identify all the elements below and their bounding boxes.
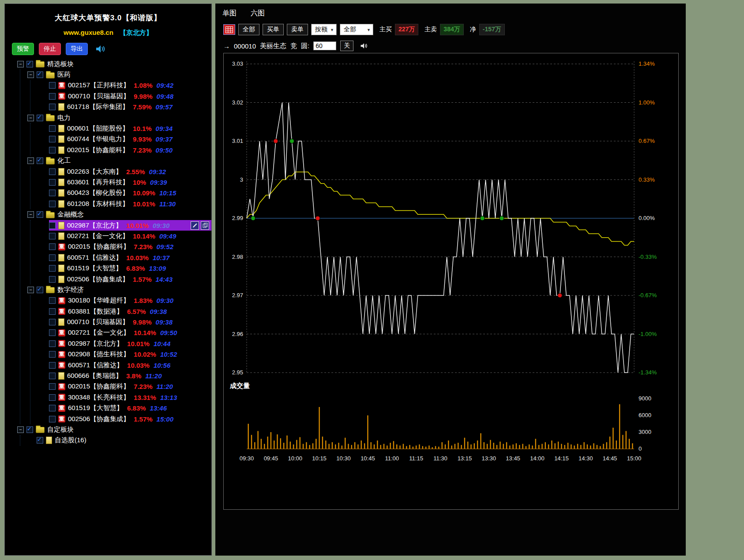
tree-root-row[interactable]: −精选板块: [5, 59, 211, 69]
stock-row[interactable]: 重002721【金一文化】10.14%09:50: [30, 328, 211, 338]
stock-code-name[interactable]: 002506【协鑫集成】: [68, 415, 130, 423]
checkbox-unchecked[interactable]: [49, 233, 56, 239]
stock-code-name[interactable]: 000601【韶能股份】: [67, 124, 129, 133]
stock-row[interactable]: 000601【韶能股份】10.1%09:34: [30, 123, 211, 134]
stock-row[interactable]: 603601【再升科技】10%09:39: [30, 177, 211, 187]
stock-row[interactable]: 重002157【正邦科技】1.08%09:42: [30, 80, 211, 91]
filter-all-button[interactable]: 全部: [238, 24, 259, 35]
tree-section-row[interactable]: −金融概念: [20, 209, 211, 220]
stock-row[interactable]: 重300180【华峰超纤】1.83%09:30: [30, 295, 211, 306]
stock-row[interactable]: 600423【柳化股份】10.09%10:15: [30, 188, 211, 198]
checkbox-unchecked[interactable]: [49, 125, 56, 132]
stock-row[interactable]: 600666【奥瑞德】3.8%11:20: [30, 370, 211, 381]
checkbox-unchecked[interactable]: [49, 104, 56, 110]
stock-code-name[interactable]: 002908【德生科技】: [68, 350, 130, 358]
stock-row[interactable]: 002506【协鑫集成】1.57%14:43: [30, 274, 211, 284]
collapse-icon[interactable]: −: [27, 115, 34, 121]
stock-row[interactable]: 重603881【数据港】6.57%09:38: [30, 306, 211, 317]
tree-section-label[interactable]: 数字经济: [57, 286, 84, 294]
stock-code-name[interactable]: 300180【华峰超纤】: [68, 296, 130, 305]
checkbox-unchecked[interactable]: [49, 329, 56, 336]
checkbox-unchecked[interactable]: [49, 136, 56, 142]
tree-root-label[interactable]: 精选板块: [47, 60, 74, 68]
stock-row[interactable]: 601718【际华集团】7.59%09:57: [30, 102, 211, 112]
tree-section-label[interactable]: 医药: [57, 71, 71, 79]
tree-root-label[interactable]: 自定板块: [47, 426, 74, 434]
tree-section-label[interactable]: 金融概念: [57, 210, 84, 219]
stock-row[interactable]: 重002506【协鑫集成】1.57%15:00: [30, 414, 211, 424]
checkbox-checked[interactable]: [26, 61, 33, 67]
checkbox-unchecked[interactable]: [49, 254, 56, 261]
checkbox-unchecked[interactable]: [49, 201, 56, 207]
stock-row[interactable]: 重000710【贝瑞基因】9.98%09:48: [30, 91, 211, 101]
circle-value-input[interactable]: [313, 41, 336, 50]
checkbox-unchecked[interactable]: [49, 222, 56, 229]
collapse-icon[interactable]: −: [17, 426, 24, 433]
tree-section-row[interactable]: −数字经济: [20, 284, 211, 295]
checkbox-unchecked[interactable]: [49, 319, 56, 325]
checkbox-unchecked[interactable]: [49, 82, 56, 89]
stock-code-name[interactable]: 603601【再升科技】: [67, 178, 129, 187]
amount-dropdown[interactable]: 按额: [311, 24, 337, 35]
export-button[interactable]: 导出: [66, 43, 88, 55]
checkbox-unchecked[interactable]: [49, 405, 56, 411]
checkbox-unchecked[interactable]: [49, 147, 56, 153]
stock-row[interactable]: 002987【京北方】10.01%09:30: [30, 220, 211, 231]
checkbox-unchecked[interactable]: [49, 394, 56, 401]
stock-row[interactable]: 600571【信雅达】10.03%10:37: [30, 252, 211, 263]
stock-code-name[interactable]: 600666【奥瑞德】: [67, 372, 122, 380]
stock-row[interactable]: 重300348【长亮科技】13.31%13:13: [30, 392, 211, 403]
stock-code-name[interactable]: 000710【贝瑞基因】: [68, 92, 130, 101]
stock-code-name[interactable]: 600744【华银电力】: [67, 135, 129, 143]
stock-code-name[interactable]: 601519【大智慧】: [67, 264, 122, 273]
sound-icon[interactable]: [360, 42, 368, 49]
stock-code-name[interactable]: 002987【京北方】: [68, 340, 123, 348]
stock-code-name[interactable]: 002721【金一文化】: [68, 329, 130, 337]
stock-row[interactable]: 601208【东材科技】10.01%11:30: [30, 198, 211, 209]
stock-code-name[interactable]: 600571【信雅达】: [67, 254, 122, 262]
stock-row[interactable]: 600744【华银电力】9.93%09:37: [30, 134, 211, 145]
stock-code-name[interactable]: 601519【大智慧】: [68, 404, 123, 412]
website-link[interactable]: www.guxue8.cn: [64, 29, 113, 36]
stock-row[interactable]: 601519【大智慧】6.83%13:09: [30, 263, 211, 273]
stock-row[interactable]: 重002015【协鑫能科】7.23%09:52: [30, 242, 211, 252]
stock-row[interactable]: 002721【金一文化】10.14%09:49: [30, 231, 211, 241]
stock-row[interactable]: 重600571【信雅达】10.03%10:56: [30, 360, 211, 370]
checkbox-unchecked[interactable]: [49, 276, 56, 283]
stock-row[interactable]: 重002987【京北方】10.01%10:44: [30, 338, 211, 349]
stock-code-name[interactable]: 600571【信雅达】: [68, 361, 123, 370]
stock-code-name[interactable]: 002263【大东南】: [67, 168, 122, 176]
stock-code-name[interactable]: 002721【金一文化】: [67, 232, 129, 240]
stock-code-name[interactable]: 600423【柳化股份】: [67, 189, 129, 197]
tree-section-row[interactable]: −电力: [20, 112, 211, 123]
checkbox-unchecked[interactable]: [49, 190, 56, 196]
tree-section-label[interactable]: 自选股(16): [55, 436, 86, 444]
filter-buy-button[interactable]: 买单: [263, 24, 284, 35]
stock-row[interactable]: 重002015【协鑫能科】7.23%11:20: [30, 381, 211, 392]
collapse-icon[interactable]: −: [27, 211, 34, 218]
stock-code-name[interactable]: 002987【京北方】: [67, 221, 122, 230]
collapse-icon[interactable]: −: [27, 157, 34, 164]
price-chart[interactable]: 3.031.34%3.021.00%3.010.67%30.33%2.990.0…: [224, 57, 678, 381]
filter-sell-button[interactable]: 卖单: [287, 24, 308, 35]
close-button[interactable]: 关: [340, 41, 353, 51]
scope-dropdown[interactable]: 全部: [340, 24, 373, 35]
stock-code-name[interactable]: 603881【数据港】: [68, 307, 123, 316]
stock-code-name[interactable]: 601718【际华集团】: [67, 103, 129, 111]
checkbox-checked[interactable]: [37, 71, 43, 78]
stock-code-name[interactable]: 002015【协鑫能科】: [68, 243, 130, 251]
checkbox-unchecked[interactable]: [49, 168, 56, 175]
checkbox-checked[interactable]: [37, 437, 43, 444]
stock-row[interactable]: 重002908【德生科技】10.02%10:52: [30, 349, 211, 360]
tab-six-chart[interactable]: 六图: [251, 9, 265, 18]
stop-button[interactable]: 停止: [39, 43, 61, 55]
checkbox-checked[interactable]: [37, 157, 43, 164]
tree-section-row[interactable]: −医药: [20, 69, 211, 80]
volume-chart[interactable]: 900060003000009:3009:4510:0010:1510:3010…: [224, 391, 678, 477]
collapse-icon[interactable]: −: [17, 61, 24, 67]
speaker-icon[interactable]: [95, 45, 106, 53]
checkbox-unchecked[interactable]: [49, 383, 56, 390]
collapse-icon[interactable]: −: [27, 71, 34, 78]
edit-icon[interactable]: [191, 221, 199, 230]
checkbox-checked[interactable]: [26, 426, 33, 433]
